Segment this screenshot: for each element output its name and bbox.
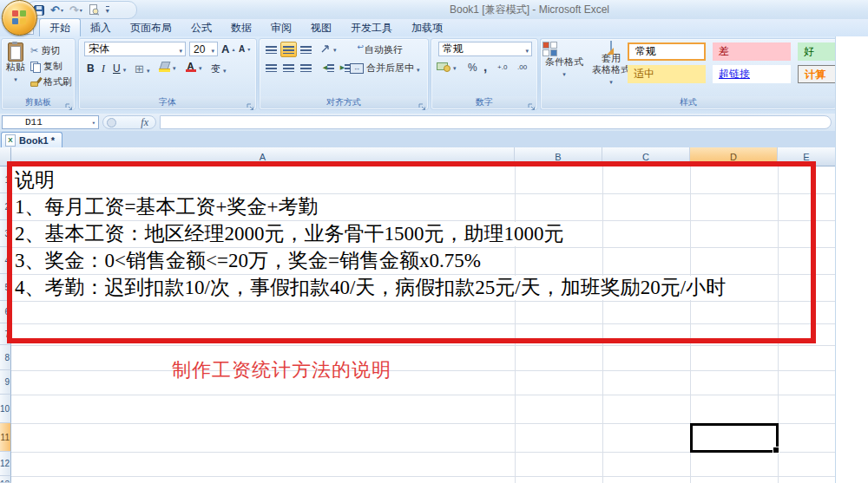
insert-function-button[interactable]: fx	[102, 115, 156, 129]
font-name-combo[interactable]: 宋体	[84, 42, 186, 56]
middle-align-icon	[283, 46, 294, 54]
tab-insert[interactable]: 插入	[81, 19, 121, 36]
cell-style-calculation[interactable]: 计算	[798, 65, 836, 83]
font-color-dropdown-icon	[199, 62, 202, 72]
top-align-icon	[266, 46, 277, 54]
cut-button[interactable]: ✂ 剪切	[30, 44, 60, 57]
qat-customize-icon: ▾	[106, 6, 109, 15]
conditional-formatting-dropdown-icon	[562, 68, 566, 78]
cell-style-neutral[interactable]: 适中	[628, 65, 706, 83]
alignment-dialog-launcher[interactable]	[418, 99, 426, 107]
font-color-button[interactable]: A	[185, 61, 202, 73]
paste-dropdown-icon	[14, 73, 17, 83]
copy-icon	[30, 62, 41, 72]
workbook-tab-book1[interactable]: X Book1 *	[1, 132, 62, 148]
align-center-button[interactable]	[280, 60, 297, 75]
fill-color-icon	[159, 62, 170, 72]
tab-addins[interactable]: 加载项	[402, 19, 452, 36]
format-painter-button[interactable]: 格式刷	[30, 75, 72, 88]
bold-button[interactable]: B	[87, 62, 95, 75]
bold-icon: B	[87, 62, 95, 75]
annotation-text: 制作工资统计方法的说明	[172, 357, 391, 383]
font-size-dropdown-icon	[211, 43, 214, 55]
quick-access-toolbar: ↶▾ ↷▾ ▾	[26, 1, 137, 19]
workbook-icon: X	[5, 134, 16, 147]
copy-button[interactable]: 复制	[30, 60, 62, 73]
clipboard-group: 粘贴 ✂ 剪切 复制 格式刷 剪贴板	[1, 38, 76, 110]
print-preview-button[interactable]	[89, 3, 99, 16]
phonetic-guide-button[interactable]: 变	[211, 62, 227, 75]
orientation-icon	[320, 43, 331, 54]
row-header-13[interactable]: 13	[0, 476, 11, 483]
formula-bar: D11 fx	[0, 114, 836, 132]
redo-button[interactable]: ↷▾	[69, 3, 82, 16]
number-format-combo[interactable]: 常规	[438, 42, 532, 56]
increase-decimal-button[interactable]: +.0	[497, 63, 507, 71]
tab-review[interactable]: 审阅	[261, 19, 301, 36]
align-left-button[interactable]	[263, 60, 279, 75]
conditional-formatting-button[interactable]: 条件格式	[542, 42, 586, 80]
clipboard-group-label: 剪贴板	[3, 96, 74, 108]
redo-dropdown-icon: ▾	[80, 7, 82, 13]
tab-view[interactable]: 视图	[301, 19, 341, 36]
row-header-11[interactable]: 11	[0, 423, 11, 452]
paste-button[interactable]: 粘贴	[3, 42, 28, 85]
number-dialog-launcher[interactable]	[528, 99, 536, 107]
cell-style-bad[interactable]: 差	[713, 42, 791, 61]
undo-dropdown-icon: ▾	[61, 7, 63, 13]
clipboard-dialog-launcher[interactable]	[65, 99, 73, 107]
cell-style-hyperlink[interactable]: 超链接	[713, 65, 791, 83]
decrease-indent-button[interactable]: ◀	[320, 60, 337, 75]
shrink-font-icon: A	[239, 44, 245, 54]
undo-button[interactable]: ↶▾	[50, 3, 63, 16]
fx-icon: fx	[141, 116, 148, 129]
underline-button[interactable]: U	[113, 62, 126, 75]
shrink-font-button[interactable]: A▾	[239, 44, 250, 54]
phonetic-dropdown-icon	[223, 64, 227, 75]
align-right-button[interactable]	[298, 60, 314, 75]
grow-font-button[interactable]: A▴	[221, 42, 234, 55]
formula-input[interactable]	[160, 115, 832, 129]
middle-align-button[interactable]	[280, 42, 297, 57]
row-header-8[interactable]: 8	[0, 345, 11, 370]
decrease-decimal-button[interactable]: .00	[517, 63, 527, 71]
redo-icon: ↷	[69, 5, 79, 16]
borders-button[interactable]: ⊞	[135, 62, 149, 75]
tab-formulas[interactable]: 公式	[181, 19, 221, 36]
cut-label: 剪切	[41, 44, 60, 57]
accounting-format-button[interactable]	[437, 62, 457, 72]
font-size-combo[interactable]: 20	[189, 42, 218, 56]
orientation-button[interactable]	[320, 43, 337, 54]
borders-dropdown-icon	[147, 64, 150, 75]
fill-color-button[interactable]	[159, 62, 176, 72]
tab-home[interactable]: 开始	[39, 18, 81, 36]
window-right-edge	[835, 36, 836, 483]
fill-handle[interactable]	[773, 447, 779, 454]
font-size-value: 20	[194, 43, 205, 55]
tab-page-layout[interactable]: 页面布局	[121, 19, 181, 36]
font-dialog-launcher[interactable]	[247, 99, 254, 107]
cell-style-normal[interactable]: 常规	[628, 42, 706, 61]
format-as-table-dropdown-icon	[609, 75, 613, 86]
bottom-align-icon	[300, 46, 312, 54]
office-button[interactable]	[2, 0, 37, 36]
selected-cell-outline[interactable]	[690, 423, 779, 453]
copy-label: 复制	[43, 60, 62, 73]
styles-group-label: 样式	[542, 96, 835, 108]
merge-center-button[interactable]: ↔ 合并后居中	[350, 62, 420, 75]
bottom-align-button[interactable]	[298, 42, 314, 57]
worksheet-grid[interactable]: A B C D E 1 2 3 4 5 6 7 8 9 10 11 12 13 …	[0, 147, 836, 483]
row-header-10[interactable]: 10	[0, 395, 11, 423]
row-header-9[interactable]: 9	[0, 370, 11, 395]
tab-data[interactable]: 数据	[221, 19, 261, 36]
wrap-text-button[interactable]: ↩ 自动换行	[350, 43, 403, 56]
qat-customize-button[interactable]: ▾	[105, 3, 109, 16]
percent-style-button[interactable]: %	[468, 62, 477, 74]
name-box[interactable]: D11	[2, 115, 99, 129]
comma-style-button[interactable]: ,	[483, 59, 487, 74]
row-header-12[interactable]: 12	[0, 452, 11, 476]
tab-developer[interactable]: 开发工具	[341, 19, 402, 36]
cell-style-good[interactable]: 好	[798, 42, 836, 61]
italic-button[interactable]: I	[102, 62, 105, 75]
top-align-button[interactable]	[263, 42, 279, 57]
